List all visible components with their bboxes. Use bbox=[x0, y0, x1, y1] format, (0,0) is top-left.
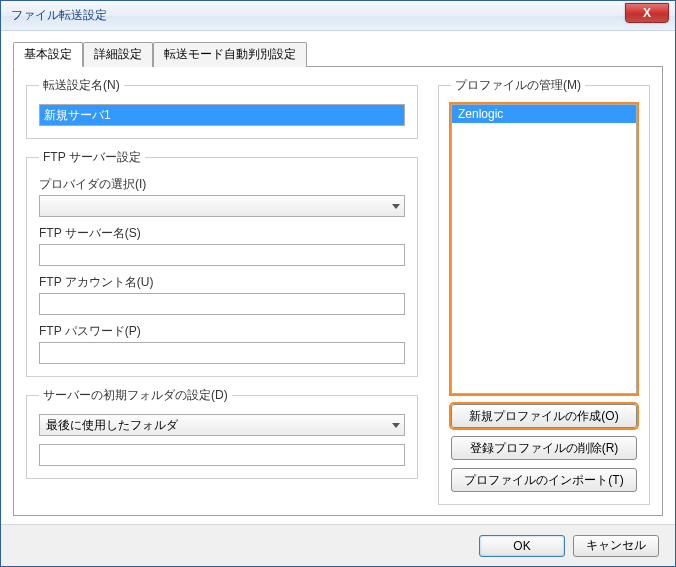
transfer-name-legend: 転送設定名(N) bbox=[39, 77, 124, 94]
ftp-server-name-label: FTP サーバー名(S) bbox=[39, 225, 405, 242]
provider-label: プロバイダの選択(I) bbox=[39, 176, 405, 193]
dialog-window: ファイル転送設定 X 基本設定 詳細設定 転送モード自動判別設定 転送設定名(N… bbox=[0, 0, 676, 567]
tab-detail[interactable]: 詳細設定 bbox=[83, 42, 153, 67]
tab-auto[interactable]: 転送モード自動判別設定 bbox=[153, 42, 307, 67]
ftp-server-legend: FTP サーバー設定 bbox=[39, 149, 145, 166]
tab-strip: 基本設定 詳細設定 転送モード自動判別設定 bbox=[13, 41, 663, 66]
delete-profile-button[interactable]: 登録プロファイルの削除(R) bbox=[451, 436, 637, 460]
new-profile-button[interactable]: 新規プロファイルの作成(O) bbox=[451, 404, 637, 428]
profile-listbox[interactable]: Zenlogic bbox=[451, 104, 637, 394]
ok-button[interactable]: OK bbox=[479, 535, 565, 557]
init-folder-combo[interactable]: 最後に使用したフォルダ bbox=[39, 414, 405, 436]
right-column: プロファイルの管理(M) Zenlogic 新規プロファイルの作成(O) 登録プ… bbox=[438, 77, 650, 505]
dialog-footer: OK キャンセル bbox=[1, 524, 675, 566]
window-title: ファイル転送設定 bbox=[11, 7, 107, 24]
import-profile-button[interactable]: プロファイルのインポート(T) bbox=[451, 468, 637, 492]
init-folder-combo-value: 最後に使用したフォルダ bbox=[46, 417, 178, 434]
group-profile-manage: プロファイルの管理(M) Zenlogic 新規プロファイルの作成(O) 登録プ… bbox=[438, 77, 650, 505]
ftp-password-label: FTP パスワード(P) bbox=[39, 323, 405, 340]
provider-combo[interactable] bbox=[39, 195, 405, 217]
close-button[interactable]: X bbox=[625, 3, 669, 23]
group-ftp-server: FTP サーバー設定 プロバイダの選択(I) FTP サーバー名(S) F bbox=[26, 149, 418, 377]
profile-item[interactable]: Zenlogic bbox=[452, 105, 636, 123]
tab-basic[interactable]: 基本設定 bbox=[13, 42, 83, 67]
chevron-down-icon bbox=[392, 423, 400, 428]
transfer-name-input[interactable] bbox=[39, 104, 405, 126]
ftp-server-name-input[interactable] bbox=[39, 244, 405, 266]
left-column: 転送設定名(N) FTP サーバー設定 プロバイダの選択(I) FTP サーバー… bbox=[26, 77, 418, 505]
ftp-password-input[interactable] bbox=[39, 342, 405, 364]
ftp-account-label: FTP アカウント名(U) bbox=[39, 274, 405, 291]
init-folder-input[interactable] bbox=[39, 444, 405, 466]
profile-manage-legend: プロファイルの管理(M) bbox=[451, 77, 585, 94]
group-transfer-name: 転送設定名(N) bbox=[26, 77, 418, 139]
cancel-button[interactable]: キャンセル bbox=[573, 535, 659, 557]
dialog-body: 基本設定 詳細設定 転送モード自動判別設定 転送設定名(N) FTP サーバー設… bbox=[1, 31, 675, 524]
init-folder-legend: サーバーの初期フォルダの設定(D) bbox=[39, 387, 232, 404]
close-icon: X bbox=[643, 6, 651, 20]
chevron-down-icon bbox=[392, 204, 400, 209]
tabpage-basic: 転送設定名(N) FTP サーバー設定 プロバイダの選択(I) FTP サーバー… bbox=[13, 66, 663, 516]
ftp-account-input[interactable] bbox=[39, 293, 405, 315]
group-init-folder: サーバーの初期フォルダの設定(D) 最後に使用したフォルダ bbox=[26, 387, 418, 479]
titlebar: ファイル転送設定 X bbox=[1, 1, 675, 31]
